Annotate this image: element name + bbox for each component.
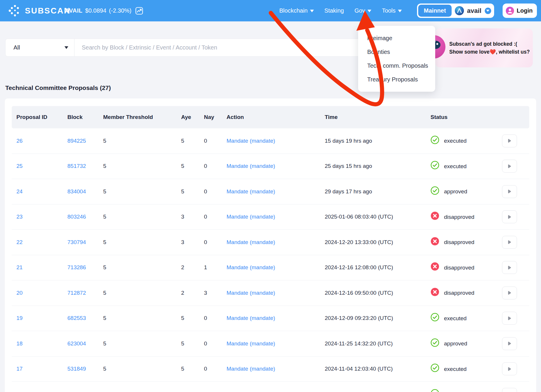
- menu-item-bounties[interactable]: Bounties: [358, 48, 435, 56]
- main-nav: Blockchain Staking Gov Tools: [279, 0, 402, 21]
- status-icon: [431, 186, 439, 197]
- aye-value: 3: [181, 238, 184, 246]
- token-name: AVAIL: [65, 7, 83, 14]
- action-link[interactable]: Mandate (mandate): [227, 213, 275, 221]
- aye-value: 5: [181, 188, 184, 195]
- action-link[interactable]: Mandate (mandate): [227, 340, 275, 347]
- block-link[interactable]: 834004: [67, 188, 86, 195]
- status-badge: executed: [431, 135, 467, 146]
- avail-logo-icon: [455, 6, 464, 15]
- status-label: disapproved: [444, 213, 474, 221]
- status-badge: executed: [431, 364, 467, 374]
- proposal-id-link[interactable]: 19: [16, 314, 23, 322]
- nav-tools[interactable]: Tools: [382, 7, 402, 14]
- action-link[interactable]: Mandate (mandate): [227, 188, 275, 195]
- menu-item-tech-comm-proposals[interactable]: Tech. comm. Proposals: [358, 62, 435, 69]
- menu-item-treasury-proposals[interactable]: Treasury Proposals: [358, 76, 435, 83]
- nav-blockchain-label: Blockchain: [279, 7, 308, 14]
- proposal-id-link[interactable]: 24: [16, 188, 23, 195]
- menu-item-preimage[interactable]: Preimage: [358, 34, 435, 42]
- nav-gov[interactable]: Gov: [354, 7, 371, 14]
- expand-row-button[interactable]: [502, 261, 517, 274]
- action-link[interactable]: Mandate (mandate): [227, 391, 275, 392]
- time-value: 2024-11-04 12:03:40 (UTC): [325, 365, 393, 373]
- network-chevron-icon[interactable]: [485, 8, 491, 14]
- proposal-id-link[interactable]: 26: [16, 137, 23, 145]
- expand-row-button[interactable]: [502, 312, 517, 325]
- col-aye: Aye: [181, 114, 191, 120]
- nav-staking[interactable]: Staking: [324, 7, 344, 14]
- expand-row-button[interactable]: [502, 236, 517, 249]
- block-link[interactable]: 531849: [67, 365, 86, 373]
- x-circle-icon: [431, 262, 439, 271]
- check-circle-icon: [431, 389, 439, 392]
- proposal-id-link[interactable]: 22: [16, 238, 23, 246]
- action-link[interactable]: Mandate (mandate): [227, 365, 275, 373]
- member-threshold-value: 5: [103, 314, 106, 322]
- filter-chevron-icon: [64, 46, 68, 49]
- aye-value: 5: [181, 162, 184, 170]
- aye-value: 5: [181, 365, 184, 373]
- caret-right-icon: [508, 189, 511, 194]
- brand-text: SUBSCAN: [25, 6, 71, 16]
- expand-row-button[interactable]: [502, 287, 517, 299]
- expand-row-button[interactable]: [502, 185, 517, 198]
- action-link[interactable]: Mandate (mandate): [227, 264, 275, 271]
- aye-value: 2: [181, 264, 184, 271]
- time-value: 29 days 17 hrs ago: [325, 188, 372, 195]
- nay-value: 0: [204, 340, 207, 347]
- x-circle-icon: [431, 287, 439, 296]
- search-filter-select[interactable]: All: [6, 39, 74, 56]
- col-nay: Nay: [204, 114, 214, 120]
- aye-value: 5: [181, 314, 184, 322]
- nav-blockchain[interactable]: Blockchain: [279, 7, 314, 14]
- expand-row-button[interactable]: [502, 337, 517, 350]
- mainnet-button[interactable]: Mainnet: [418, 5, 452, 17]
- table-row: 24 834004 5 5 0 Mandate (mandate) 29 day…: [12, 179, 529, 204]
- ad-banner[interactable]: Subscan's ad got blocked :( Show some lo…: [435, 28, 533, 67]
- price-chart-icon[interactable]: [135, 7, 143, 15]
- block-link[interactable]: 713286: [67, 264, 86, 271]
- action-link[interactable]: Mandate (mandate): [227, 137, 275, 145]
- gov-dropdown-menu: Preimage Bounties Tech. comm. Proposals …: [358, 26, 435, 92]
- expand-row-button[interactable]: [502, 362, 517, 375]
- status-icon: [431, 262, 439, 273]
- block-link[interactable]: 730794: [67, 238, 86, 246]
- check-circle-icon: [431, 364, 439, 372]
- expand-row-button[interactable]: [502, 210, 517, 223]
- table-row: 26 894225 5 5 0 Mandate (mandate) 15 day…: [12, 128, 529, 154]
- expand-row-button[interactable]: [502, 160, 517, 173]
- expand-row-button[interactable]: [502, 134, 517, 147]
- action-link[interactable]: Mandate (mandate): [227, 162, 275, 170]
- check-circle-icon: [431, 338, 439, 347]
- heart-icon: ❤️: [489, 49, 496, 55]
- member-threshold-value: 5: [103, 162, 106, 170]
- chevron-down-icon: [398, 10, 402, 12]
- block-link[interactable]: 712872: [67, 289, 86, 297]
- aye-value: 5: [181, 137, 184, 145]
- subscan-logo[interactable]: SUBSCAN: [8, 0, 71, 21]
- status-label: executed: [444, 137, 467, 145]
- proposal-id-link[interactable]: 23: [16, 213, 23, 221]
- proposal-id-link[interactable]: 17: [16, 365, 23, 373]
- block-link[interactable]: 851732: [67, 162, 86, 170]
- table-row: 25 851732 5 5 0 Mandate (mandate) 25 day…: [12, 154, 529, 179]
- proposal-id-link[interactable]: 25: [16, 162, 23, 170]
- action-link[interactable]: Mandate (mandate): [227, 289, 275, 297]
- proposal-id-link[interactable]: 20: [16, 289, 23, 297]
- block-link[interactable]: 682553: [67, 314, 86, 322]
- expand-row-button[interactable]: [502, 388, 517, 392]
- action-link[interactable]: Mandate (mandate): [227, 314, 275, 322]
- proposal-id-link[interactable]: 21: [16, 264, 23, 271]
- caret-right-icon: [508, 139, 511, 143]
- status-badge: approved: [431, 186, 467, 197]
- action-link[interactable]: Mandate (mandate): [227, 238, 275, 246]
- login-button[interactable]: Login: [503, 4, 537, 18]
- proposal-id-link[interactable]: 18: [16, 340, 23, 347]
- block-link[interactable]: 623004: [67, 340, 86, 347]
- status-label: executed: [444, 365, 467, 373]
- block-link[interactable]: 803246: [67, 213, 86, 221]
- chevron-down-icon: [310, 10, 314, 12]
- block-link[interactable]: 894225: [67, 137, 86, 145]
- aye-value: 2: [181, 289, 184, 297]
